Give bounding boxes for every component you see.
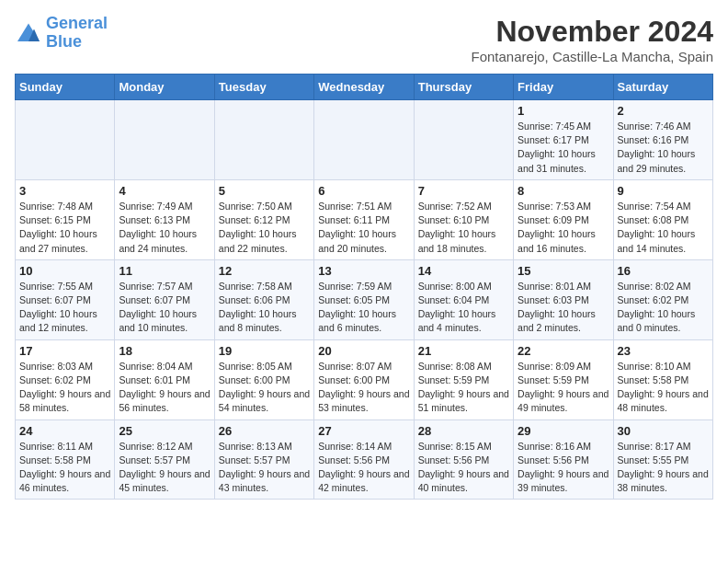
day-number: 27 xyxy=(318,424,409,438)
calendar-cell: 14Sunrise: 8:00 AM Sunset: 6:04 PM Dayli… xyxy=(414,259,513,339)
calendar-cell: 25Sunrise: 8:12 AM Sunset: 5:57 PM Dayli… xyxy=(115,419,214,500)
day-info: Sunrise: 7:57 AM Sunset: 6:07 PM Dayligh… xyxy=(119,280,210,336)
day-number: 5 xyxy=(219,184,310,198)
header-friday: Friday xyxy=(514,75,613,100)
calendar-cell: 7Sunrise: 7:52 AM Sunset: 6:10 PM Daylig… xyxy=(414,179,513,259)
day-info: Sunrise: 8:09 AM Sunset: 5:59 PM Dayligh… xyxy=(518,360,609,416)
day-info: Sunrise: 8:11 AM Sunset: 5:58 PM Dayligh… xyxy=(19,440,110,496)
day-info: Sunrise: 8:02 AM Sunset: 6:02 PM Dayligh… xyxy=(618,280,709,336)
calendar-cell: 12Sunrise: 7:58 AM Sunset: 6:06 PM Dayli… xyxy=(214,259,313,339)
header-tuesday: Tuesday xyxy=(214,75,313,100)
calendar-week-1: 1Sunrise: 7:45 AM Sunset: 6:17 PM Daylig… xyxy=(16,100,713,180)
page-header: General Blue November 2024 Fontanarejo, … xyxy=(15,15,713,64)
logo-text: General Blue xyxy=(46,15,108,52)
logo-line1: General xyxy=(46,14,108,32)
day-info: Sunrise: 8:13 AM Sunset: 5:57 PM Dayligh… xyxy=(219,440,310,496)
calendar-cell xyxy=(115,100,214,180)
day-number: 3 xyxy=(19,184,110,198)
day-info: Sunrise: 7:55 AM Sunset: 6:07 PM Dayligh… xyxy=(19,280,110,336)
calendar-cell: 1Sunrise: 7:45 AM Sunset: 6:17 PM Daylig… xyxy=(514,100,613,180)
day-number: 21 xyxy=(418,344,509,358)
day-number: 10 xyxy=(19,264,110,278)
day-number: 25 xyxy=(119,424,210,438)
day-number: 13 xyxy=(318,264,409,278)
day-number: 19 xyxy=(219,344,310,358)
calendar-cell: 16Sunrise: 8:02 AM Sunset: 6:02 PM Dayli… xyxy=(613,259,712,339)
calendar-header-row: SundayMondayTuesdayWednesdayThursdayFrid… xyxy=(16,75,713,100)
calendar-cell: 29Sunrise: 8:16 AM Sunset: 5:56 PM Dayli… xyxy=(514,419,613,500)
calendar-table: SundayMondayTuesdayWednesdayThursdayFrid… xyxy=(15,74,713,500)
day-info: Sunrise: 7:52 AM Sunset: 6:10 PM Dayligh… xyxy=(418,200,509,256)
calendar-week-4: 17Sunrise: 8:03 AM Sunset: 6:02 PM Dayli… xyxy=(16,339,713,419)
day-info: Sunrise: 7:50 AM Sunset: 6:12 PM Dayligh… xyxy=(219,200,310,256)
day-info: Sunrise: 8:12 AM Sunset: 5:57 PM Dayligh… xyxy=(119,440,210,496)
calendar-cell: 18Sunrise: 8:04 AM Sunset: 6:01 PM Dayli… xyxy=(115,339,214,419)
day-info: Sunrise: 7:59 AM Sunset: 6:05 PM Dayligh… xyxy=(318,280,409,336)
calendar-cell: 26Sunrise: 8:13 AM Sunset: 5:57 PM Dayli… xyxy=(214,419,313,500)
calendar-cell: 9Sunrise: 7:54 AM Sunset: 6:08 PM Daylig… xyxy=(613,179,712,259)
day-info: Sunrise: 8:17 AM Sunset: 5:55 PM Dayligh… xyxy=(618,440,709,496)
calendar-cell: 13Sunrise: 7:59 AM Sunset: 6:05 PM Dayli… xyxy=(314,259,414,339)
day-number: 18 xyxy=(119,344,210,358)
day-info: Sunrise: 8:16 AM Sunset: 5:56 PM Dayligh… xyxy=(518,440,609,496)
calendar-cell: 5Sunrise: 7:50 AM Sunset: 6:12 PM Daylig… xyxy=(214,179,313,259)
day-info: Sunrise: 7:49 AM Sunset: 6:13 PM Dayligh… xyxy=(119,200,210,256)
day-number: 12 xyxy=(219,264,310,278)
day-number: 28 xyxy=(418,424,509,438)
calendar-cell: 27Sunrise: 8:14 AM Sunset: 5:56 PM Dayli… xyxy=(314,419,414,500)
day-info: Sunrise: 7:48 AM Sunset: 6:15 PM Dayligh… xyxy=(19,200,110,256)
day-info: Sunrise: 7:51 AM Sunset: 6:11 PM Dayligh… xyxy=(318,200,409,256)
calendar-cell: 24Sunrise: 8:11 AM Sunset: 5:58 PM Dayli… xyxy=(16,419,115,500)
calendar-cell: 8Sunrise: 7:53 AM Sunset: 6:09 PM Daylig… xyxy=(514,179,613,259)
calendar-cell xyxy=(214,100,313,180)
calendar-cell: 2Sunrise: 7:46 AM Sunset: 6:16 PM Daylig… xyxy=(613,100,712,180)
day-number: 15 xyxy=(518,264,609,278)
day-number: 14 xyxy=(418,264,509,278)
calendar-cell: 23Sunrise: 8:10 AM Sunset: 5:58 PM Dayli… xyxy=(613,339,712,419)
day-number: 20 xyxy=(318,344,409,358)
day-info: Sunrise: 7:54 AM Sunset: 6:08 PM Dayligh… xyxy=(618,200,709,256)
header-thursday: Thursday xyxy=(414,75,513,100)
calendar-cell xyxy=(16,100,115,180)
day-number: 17 xyxy=(19,344,110,358)
day-number: 1 xyxy=(518,104,609,118)
day-info: Sunrise: 8:01 AM Sunset: 6:03 PM Dayligh… xyxy=(518,280,609,336)
day-number: 26 xyxy=(219,424,310,438)
day-info: Sunrise: 8:00 AM Sunset: 6:04 PM Dayligh… xyxy=(418,280,509,336)
calendar-cell: 22Sunrise: 8:09 AM Sunset: 5:59 PM Dayli… xyxy=(514,339,613,419)
calendar-week-5: 24Sunrise: 8:11 AM Sunset: 5:58 PM Dayli… xyxy=(16,419,713,500)
day-number: 24 xyxy=(19,424,110,438)
header-monday: Monday xyxy=(115,75,214,100)
location-title: Fontanarejo, Castille-La Mancha, Spain xyxy=(472,49,713,64)
calendar-cell xyxy=(414,100,513,180)
calendar-cell: 4Sunrise: 7:49 AM Sunset: 6:13 PM Daylig… xyxy=(115,179,214,259)
calendar-cell: 19Sunrise: 8:05 AM Sunset: 6:00 PM Dayli… xyxy=(214,339,313,419)
day-number: 22 xyxy=(518,344,609,358)
calendar-cell: 11Sunrise: 7:57 AM Sunset: 6:07 PM Dayli… xyxy=(115,259,214,339)
calendar-week-3: 10Sunrise: 7:55 AM Sunset: 6:07 PM Dayli… xyxy=(16,259,713,339)
day-info: Sunrise: 8:03 AM Sunset: 6:02 PM Dayligh… xyxy=(19,360,110,416)
calendar-cell: 17Sunrise: 8:03 AM Sunset: 6:02 PM Dayli… xyxy=(16,339,115,419)
calendar-week-2: 3Sunrise: 7:48 AM Sunset: 6:15 PM Daylig… xyxy=(16,179,713,259)
header-sunday: Sunday xyxy=(16,75,115,100)
calendar-cell xyxy=(314,100,414,180)
calendar-cell: 10Sunrise: 7:55 AM Sunset: 6:07 PM Dayli… xyxy=(16,259,115,339)
logo-icon xyxy=(15,22,42,44)
logo: General Blue xyxy=(15,15,108,52)
day-number: 6 xyxy=(318,184,409,198)
day-info: Sunrise: 7:46 AM Sunset: 6:16 PM Dayligh… xyxy=(618,120,709,176)
header-wednesday: Wednesday xyxy=(314,75,414,100)
calendar-cell: 3Sunrise: 7:48 AM Sunset: 6:15 PM Daylig… xyxy=(16,179,115,259)
day-number: 2 xyxy=(618,104,709,118)
day-number: 16 xyxy=(618,264,709,278)
logo-line2: Blue xyxy=(46,33,108,52)
day-number: 30 xyxy=(618,424,709,438)
day-info: Sunrise: 7:58 AM Sunset: 6:06 PM Dayligh… xyxy=(219,280,310,336)
calendar-cell: 6Sunrise: 7:51 AM Sunset: 6:11 PM Daylig… xyxy=(314,179,414,259)
title-section: November 2024 Fontanarejo, Castille-La M… xyxy=(472,15,713,64)
day-info: Sunrise: 8:05 AM Sunset: 6:00 PM Dayligh… xyxy=(219,360,310,416)
day-info: Sunrise: 8:15 AM Sunset: 5:56 PM Dayligh… xyxy=(418,440,509,496)
day-number: 23 xyxy=(618,344,709,358)
day-info: Sunrise: 7:45 AM Sunset: 6:17 PM Dayligh… xyxy=(518,120,609,176)
day-number: 9 xyxy=(618,184,709,198)
